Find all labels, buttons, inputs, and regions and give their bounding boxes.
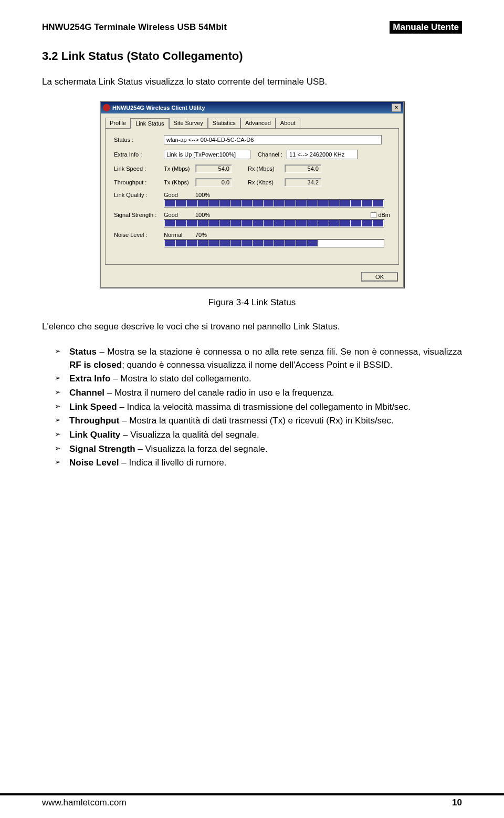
intro-text: La schermata Link Status visualizza lo s… xyxy=(42,76,462,88)
page-footer: www.hamletcom.com 10 xyxy=(0,793,504,808)
status-value: wlan-ap <--> 00-04-ED-5C-CA-D6 xyxy=(164,135,382,144)
tx-mbps-value: 54.0 xyxy=(195,164,232,173)
tab-link-status[interactable]: Link Status xyxy=(131,118,169,129)
linkspeed-label: Link Speed : xyxy=(114,165,164,172)
list-item: Noise Level – Indica il livello di rumor… xyxy=(55,457,462,470)
section-title: 3.2 Link Status (Stato Collegamento) xyxy=(42,49,462,63)
rx-mbps-value: 54.0 xyxy=(285,164,321,173)
linkquality-word: Good xyxy=(164,192,195,198)
linkquality-pct: 100% xyxy=(195,192,210,198)
noise-label: Noise Level : xyxy=(114,232,164,238)
page-header: HNWU254G Terminale Wireless USB 54Mbit M… xyxy=(42,21,462,34)
tab-row: Profile Link Status Site Survey Statisti… xyxy=(101,113,403,128)
signal-bar xyxy=(164,219,384,227)
linkquality-bar xyxy=(164,199,384,208)
rx-kbps-value: 34.2 xyxy=(285,178,321,187)
tab-statistics[interactable]: Statistics xyxy=(208,118,240,128)
tab-content: Status : wlan-ap <--> 00-04-ED-5C-CA-D6 … xyxy=(105,128,399,265)
rx-mbps-label: Rx (Mbps) xyxy=(248,165,285,172)
dbm-checkbox[interactable] xyxy=(371,212,376,218)
tab-about[interactable]: About xyxy=(276,118,300,128)
tx-mbps-label: Tx (Mbps) xyxy=(164,165,195,172)
signal-word: Good xyxy=(164,212,195,218)
tx-kbps-value: 0.0 xyxy=(195,178,232,187)
ok-button[interactable]: OK xyxy=(361,272,398,282)
header-manual-badge: Manuale Utente xyxy=(390,21,462,34)
linkquality-label: Link Quality : xyxy=(114,192,164,198)
throughput-label: Throughput : xyxy=(114,179,164,185)
list-item: Channel – Mostra il numero del canale ra… xyxy=(55,387,462,400)
channel-label: Channel : xyxy=(258,151,282,158)
tx-kbps-label: Tx (Kbps) xyxy=(164,179,195,185)
list-item: Link Speed – Indica la velocità massima … xyxy=(55,401,462,414)
list-item: Status – Mostra se la stazione è conness… xyxy=(55,346,462,371)
close-button[interactable]: × xyxy=(392,103,401,112)
page-number: 10 xyxy=(452,798,462,808)
tab-profile[interactable]: Profile xyxy=(105,118,131,128)
after-caption-text: L'elenco che segue descrive le voci che … xyxy=(42,321,462,333)
channel-value: 11 <--> 2462000 KHz xyxy=(287,150,358,159)
signal-pct: 100% xyxy=(195,212,222,218)
list-item: Link Quality – Visualizza la qualità del… xyxy=(55,429,462,442)
noise-word: Normal xyxy=(164,232,195,238)
figure-link-status: HNWU254G Wireless Client Utility × Profi… xyxy=(42,101,462,288)
status-label: Status : xyxy=(114,137,164,143)
noise-bar xyxy=(164,239,384,247)
titlebar: HNWU254G Wireless Client Utility × xyxy=(101,102,403,113)
app-window: HNWU254G Wireless Client Utility × Profi… xyxy=(100,101,404,288)
list-item: Throughput – Mostra la quantità di dati … xyxy=(55,415,462,428)
extrainfo-label: Extra Info : xyxy=(114,151,164,158)
noise-pct: 70% xyxy=(195,232,207,238)
description-list: Status – Mostra se la stazione è conness… xyxy=(42,346,462,470)
list-item: Extra Info – Mostra lo stato del collega… xyxy=(55,372,462,386)
header-product: HNWU254G Terminale Wireless USB 54Mbit xyxy=(42,22,227,33)
tab-advanced[interactable]: Advanced xyxy=(240,118,276,128)
rx-kbps-label: Rx (Kbps) xyxy=(248,179,285,185)
figure-caption: Figura 3-4 Link Status xyxy=(42,297,462,308)
list-item: Signal Strength – Visualizza la forza de… xyxy=(55,443,462,456)
window-title: HNWU254G Wireless Client Utility xyxy=(112,105,205,111)
footer-url: www.hamletcom.com xyxy=(42,798,127,808)
app-icon xyxy=(103,104,110,111)
dbm-label: dBm xyxy=(378,212,390,218)
signal-label: Signal Strength : xyxy=(114,212,164,218)
extrainfo-value: Link is Up [TxPower:100%] xyxy=(164,150,250,159)
tab-site-survey[interactable]: Site Survey xyxy=(169,118,208,128)
